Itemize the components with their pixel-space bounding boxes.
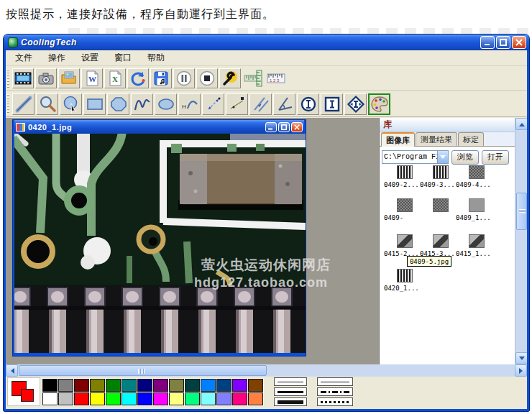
library-vertical-scrollbar[interactable] — [515, 118, 527, 364]
thumbnail[interactable] — [397, 234, 413, 248]
toolbar-grip[interactable] — [7, 94, 9, 114]
color-swatch[interactable] — [58, 379, 73, 392]
color-swatch[interactable] — [42, 392, 58, 405]
export-excel-icon[interactable]: X — [104, 68, 126, 88]
close-button[interactable] — [512, 36, 526, 49]
open-button[interactable]: 打开 — [482, 150, 509, 165]
pcb-photo[interactable] — [14, 134, 306, 353]
menu-help[interactable]: 帮助 — [141, 50, 171, 65]
tab-calibration[interactable]: 标定 — [458, 132, 484, 146]
menu-file[interactable]: 文件 — [9, 50, 39, 65]
thumbnail[interactable] — [397, 198, 413, 212]
titlebar[interactable]: CoolingTech — [4, 34, 529, 50]
diameter-circle-tool-icon[interactable] — [297, 93, 319, 115]
horizontal-scrollbar[interactable] — [6, 364, 527, 377]
color-swatch[interactable] — [121, 379, 137, 392]
color-swatch[interactable] — [58, 392, 73, 405]
diameter-square-tool-icon[interactable] — [321, 93, 343, 115]
freehand-curve-tool-icon[interactable] — [131, 93, 153, 115]
color-swatch[interactable] — [232, 379, 247, 392]
menu-window[interactable]: 窗口 — [108, 50, 138, 65]
thumbnail[interactable] — [433, 165, 449, 179]
image-close-button[interactable] — [291, 122, 303, 132]
color-swatch[interactable] — [137, 392, 152, 405]
scroll-left-icon[interactable] — [6, 364, 18, 377]
angle-measure-tool-icon[interactable] — [273, 93, 295, 115]
thumbnail-label[interactable]: 0409_1... — [456, 214, 491, 221]
thumbnail-label[interactable]: 0409-3... — [420, 181, 455, 188]
camera-capture-icon[interactable] — [35, 68, 57, 88]
color-swatch[interactable] — [121, 392, 137, 405]
background-color-swatch[interactable] — [21, 389, 34, 402]
toolbar-grip[interactable] — [7, 69, 9, 88]
menu-settings[interactable]: 设置 — [75, 50, 105, 65]
color-swatch[interactable] — [106, 379, 121, 392]
thumbnail[interactable] — [469, 198, 485, 212]
stop-icon[interactable] — [196, 68, 218, 88]
thumbnail-label[interactable]: 0409-4... — [456, 181, 491, 188]
thumbnail-label[interactable]: 0409- — [384, 214, 403, 221]
color-swatch[interactable] — [169, 379, 184, 392]
line-tool-icon[interactable] — [12, 93, 35, 115]
wrench-settings-icon[interactable] — [219, 68, 241, 88]
video-film-icon[interactable] — [12, 68, 34, 88]
thumbnail-label[interactable]: 0420_1... — [384, 285, 419, 292]
scrollbar-thumb[interactable] — [19, 365, 267, 376]
image-maximize-button[interactable] — [278, 122, 290, 132]
color-swatch[interactable] — [74, 379, 89, 392]
color-swatch[interactable] — [216, 379, 231, 392]
color-swatch[interactable] — [90, 392, 105, 405]
circle-three-point-tool-icon[interactable] — [60, 93, 82, 115]
ellipse-tool-icon[interactable] — [155, 93, 177, 115]
thumbnail-label[interactable]: 0415_1... — [456, 250, 491, 257]
ruler-numbers-icon[interactable]: 1 2 3 — [265, 68, 287, 88]
image-window-titlebar[interactable]: 0420_1.jpg — [14, 120, 304, 134]
color-swatch[interactable] — [201, 379, 216, 392]
color-swatch[interactable] — [90, 379, 105, 392]
line-width-thick-button[interactable] — [274, 397, 307, 406]
color-swatch[interactable] — [185, 392, 200, 405]
refresh-icon[interactable] — [127, 68, 149, 88]
thumbnail[interactable] — [469, 234, 485, 248]
parallel-lines-tool-icon[interactable] — [249, 93, 272, 115]
save-icon[interactable] — [150, 68, 172, 88]
minimize-button[interactable] — [480, 36, 495, 49]
thumbnail[interactable] — [397, 269, 413, 282]
color-palette-tool-icon[interactable] — [368, 93, 390, 115]
line-style-solid-button[interactable] — [317, 377, 353, 386]
scroll-right-icon[interactable] — [515, 364, 527, 377]
thumbnail[interactable] — [397, 165, 413, 179]
selected-color-indicator[interactable] — [7, 377, 40, 406]
distance-measure-tool-icon[interactable] — [202, 93, 224, 115]
scroll-down-icon[interactable] — [515, 352, 527, 364]
pause-icon[interactable] — [173, 68, 195, 88]
ruler-calibrate-icon[interactable] — [242, 68, 264, 88]
thumbnail[interactable] — [433, 198, 449, 212]
color-swatch[interactable] — [137, 379, 152, 392]
scroll-up-icon[interactable] — [515, 118, 527, 130]
color-swatch[interactable] — [248, 392, 263, 405]
polygon-tool-icon[interactable] — [107, 93, 129, 115]
export-word-icon[interactable]: W — [81, 68, 103, 88]
path-combobox[interactable]: C:\Program Files — [382, 150, 449, 164]
color-swatch[interactable] — [185, 379, 200, 392]
tab-measure-results[interactable]: 测量结果 — [416, 132, 457, 146]
line-style-dotted-button[interactable] — [317, 397, 353, 406]
menu-operation[interactable]: 操作 — [42, 50, 72, 65]
color-swatch[interactable] — [153, 392, 168, 405]
color-swatch[interactable] — [74, 392, 89, 405]
line-width-medium-button[interactable] — [274, 387, 307, 396]
diameter-diamond-tool-icon[interactable] — [344, 93, 367, 115]
maximize-button[interactable] — [496, 36, 510, 49]
color-swatch[interactable] — [42, 379, 58, 392]
color-swatch[interactable] — [248, 379, 263, 392]
combo-dropdown-icon[interactable] — [437, 151, 448, 163]
thumbnail[interactable] — [469, 165, 485, 179]
color-swatch[interactable] — [106, 392, 121, 405]
magnifier-tool-icon[interactable] — [36, 93, 58, 115]
browse-button[interactable]: 浏览 — [451, 150, 479, 165]
thumbnail-label[interactable]: 0409-2... — [384, 181, 419, 188]
image-window[interactable]: 0420_1.jpg — [12, 119, 306, 356]
line-style-dashdot-button[interactable] — [317, 387, 353, 396]
color-swatch[interactable] — [169, 392, 184, 405]
